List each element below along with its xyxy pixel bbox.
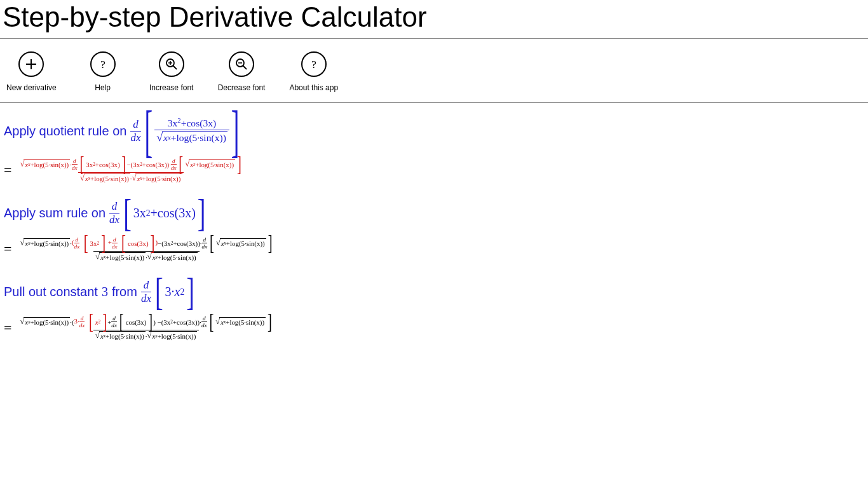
question-icon: ? <box>301 51 327 77</box>
step-1-result: = xx+log(5·sin(x)) ·ddx [3x2+cos(3x)] −(… <box>4 156 864 184</box>
step-1-label: Apply quotient rule on ddx [ 3x2+cos(3x)… <box>4 114 864 147</box>
plus-icon <box>18 51 44 77</box>
derivation-content: Apply quotient rule on ddx [ 3x2+cos(3x)… <box>0 103 868 369</box>
step-3-label: Pull out constant 3 from ddx [3 · x2] <box>4 279 864 305</box>
about-button[interactable]: ? About this app <box>289 51 338 92</box>
zoom-out-icon <box>229 51 254 77</box>
step-2-label: Apply sum rule on ddx [3x2 + cos(3x)] <box>4 200 864 226</box>
svg-text:?: ? <box>100 58 105 71</box>
svg-text:?: ? <box>311 58 316 71</box>
step-3-result: = xx+log(5·sin(x)) ·(3·ddx [x2] +ddx [co… <box>4 314 864 341</box>
new-derivative-button[interactable]: New derivative <box>6 51 57 92</box>
decrease-font-button[interactable]: Decrease font <box>218 51 266 92</box>
question-icon: ? <box>90 51 116 77</box>
zoom-in-icon <box>159 51 184 77</box>
help-button[interactable]: ? Help <box>81 51 125 92</box>
increase-font-button[interactable]: Increase font <box>149 51 194 92</box>
step-2-result: = xx+log(5·sin(x)) ·(ddx [3x2] +ddx [cos… <box>4 235 864 262</box>
toolbar: New derivative ? Help Increase font Decr… <box>0 39 868 103</box>
page-title: Step-by-step Derivative Calculator <box>0 0 868 39</box>
